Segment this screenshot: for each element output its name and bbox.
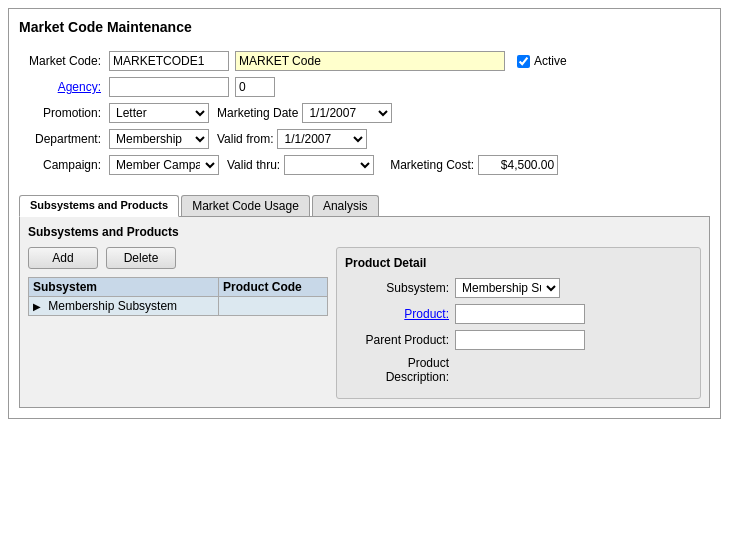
promotion-label: Promotion: — [19, 106, 109, 120]
valid-thru-label: Valid thru: — [227, 158, 280, 172]
department-label: Department: — [19, 132, 109, 146]
tabs-container: Subsystems and Products Market Code Usag… — [19, 195, 710, 408]
promotion-select[interactable]: Letter Email Phone — [109, 103, 209, 123]
marketing-cost-label: Marketing Cost: — [390, 158, 474, 172]
market-code-input[interactable] — [109, 51, 229, 71]
tab-subsystems-products[interactable]: Subsystems and Products — [19, 195, 179, 217]
delete-button[interactable]: Delete — [106, 247, 176, 269]
marketing-date-select[interactable]: 1/1/2007 — [302, 103, 392, 123]
page-container: Market Code Maintenance Market Code: Act… — [8, 8, 721, 419]
active-checkbox[interactable] — [517, 55, 530, 68]
pd-parent-product-label: Parent Product: — [345, 333, 455, 347]
table-row[interactable]: ▶ Membership Subsystem — [29, 297, 328, 316]
department-row: Department: Membership Sales Support Val… — [19, 129, 710, 149]
pd-description-label: Product Description: — [345, 356, 455, 384]
pd-product-link[interactable]: Product: — [345, 307, 455, 321]
btn-row: Add Delete — [28, 247, 328, 269]
department-select[interactable]: Membership Sales Support — [109, 129, 209, 149]
col-product-code: Product Code — [219, 278, 328, 297]
agency-input[interactable] — [109, 77, 229, 97]
pd-subsystem-row: Subsystem: Membership Subsystem Other — [345, 278, 692, 298]
valid-thru-select[interactable] — [284, 155, 374, 175]
pd-product-input[interactable] — [455, 304, 585, 324]
tabs-header: Subsystems and Products Market Code Usag… — [19, 195, 710, 217]
expand-arrow-icon: ▶ — [33, 301, 41, 312]
page-title: Market Code Maintenance — [19, 19, 710, 35]
agency-link[interactable]: Agency: — [19, 80, 109, 94]
left-panel: Add Delete Subsystem Product Code — [28, 247, 328, 399]
tab-content-title: Subsystems and Products — [28, 225, 701, 239]
tab-market-code-usage[interactable]: Market Code Usage — [181, 195, 310, 216]
product-code-cell — [219, 297, 328, 316]
add-button[interactable]: Add — [28, 247, 98, 269]
market-code-label: Market Code: — [19, 54, 109, 68]
form-section: Market Code: Active Agency: Promotion: L… — [19, 47, 710, 185]
pd-subsystem-label: Subsystem: — [345, 281, 455, 295]
pd-product-row: Product: — [345, 304, 692, 324]
product-detail-title: Product Detail — [345, 256, 692, 270]
active-label: Active — [534, 54, 567, 68]
subsystem-table: Subsystem Product Code ▶ Membership Subs… — [28, 277, 328, 316]
tab-content: Subsystems and Products Add Delete Subsy… — [19, 217, 710, 408]
active-checkbox-row: Active — [517, 54, 567, 68]
col-subsystem: Subsystem — [29, 278, 219, 297]
tab-inner: Add Delete Subsystem Product Code — [28, 247, 701, 399]
valid-from-select[interactable]: 1/1/2007 — [277, 129, 367, 149]
market-name-input[interactable] — [235, 51, 505, 71]
pd-subsystem-select-container: Membership Subsystem Other — [455, 278, 560, 298]
agency-num-input[interactable] — [235, 77, 275, 97]
marketing-date-label: Marketing Date — [217, 106, 298, 120]
pd-parent-product-row: Parent Product: — [345, 330, 692, 350]
pd-subsystem-select[interactable]: Membership Subsystem Other — [455, 278, 560, 298]
promotion-row: Promotion: Letter Email Phone Marketing … — [19, 103, 710, 123]
campaign-label: Campaign: — [19, 158, 109, 172]
marketing-cost-input[interactable] — [478, 155, 558, 175]
subsystem-cell: ▶ Membership Subsystem — [29, 297, 219, 316]
pd-parent-product-input — [455, 330, 585, 350]
tab-analysis[interactable]: Analysis — [312, 195, 379, 216]
market-code-row: Market Code: Active — [19, 51, 710, 71]
campaign-row: Campaign: Member Campaign Summer Campaig… — [19, 155, 710, 175]
campaign-select[interactable]: Member Campaign Summer Campaign — [109, 155, 219, 175]
product-detail-panel: Product Detail Subsystem: Membership Sub… — [336, 247, 701, 399]
agency-row: Agency: — [19, 77, 710, 97]
pd-description-row: Product Description: — [345, 356, 692, 384]
valid-from-label: Valid from: — [217, 132, 273, 146]
